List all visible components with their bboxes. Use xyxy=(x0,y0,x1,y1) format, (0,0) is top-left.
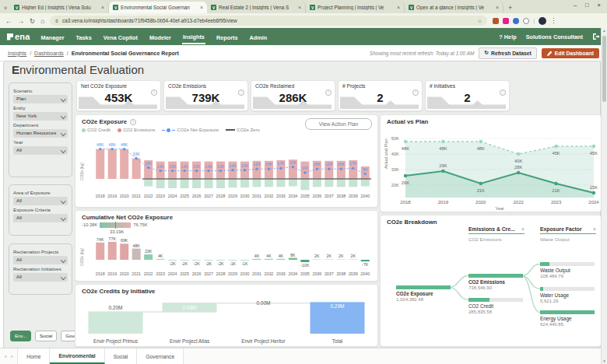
chevron-down-icon xyxy=(61,257,65,262)
scrollbar-thumb[interactable] xyxy=(602,36,606,102)
browser-tab[interactable]: VProject Planning | Insights | Ve× xyxy=(306,2,405,13)
vena-logo[interactable]: ena xyxy=(7,32,30,41)
dashboard-canvas: Environmental Evaluation ScenarioPlanEnt… xyxy=(3,61,601,348)
svg-text:29K: 29K xyxy=(439,163,447,168)
sheet-tab-home[interactable]: Home xyxy=(17,348,50,364)
breadcrumb-separator: / xyxy=(30,51,31,56)
back-icon[interactable]: ← xyxy=(5,17,12,25)
forward-icon[interactable]: → xyxy=(18,17,25,25)
svg-text:2021: 2021 xyxy=(132,271,141,276)
svg-text:48K: 48K xyxy=(132,243,140,248)
svg-text:2023: 2023 xyxy=(156,194,165,198)
svg-text:-7K: -7K xyxy=(362,262,369,267)
logout-icon[interactable] xyxy=(592,33,600,40)
view-action-plan-button[interactable]: View Action Plan xyxy=(305,118,372,130)
tab-close-icon[interactable]: × xyxy=(397,5,400,10)
tab-title: Project Planning | Insights | Ve xyxy=(318,5,395,10)
svg-text:23K: 23K xyxy=(145,249,153,254)
scroll-down-icon[interactable]: ▼ xyxy=(602,359,607,363)
extension-icon[interactable] xyxy=(523,18,529,24)
url-bar[interactable]: ≡ ca3.vena.io/insights/dashboards/71f945… xyxy=(50,16,487,26)
sheet-tab-governance[interactable]: Governance xyxy=(137,348,184,364)
browser-menu-icon[interactable]: ⋮ xyxy=(550,17,556,24)
svg-text:2025: 2025 xyxy=(180,271,189,276)
next-sheet-icon[interactable]: › xyxy=(11,353,13,360)
filter-select-reclamation-initiatives[interactable]: All xyxy=(13,273,68,282)
svg-text:2024: 2024 xyxy=(168,271,177,276)
svg-text:0.20M: 0.20M xyxy=(108,305,122,310)
view-button-social[interactable]: Social xyxy=(35,331,57,341)
scroll-up-icon[interactable]: ▲ xyxy=(602,29,607,33)
maximize-button[interactable]: □ xyxy=(585,2,589,9)
browser-tab[interactable]: VHigher Ed | Insights | Vena Solu× xyxy=(10,2,109,13)
tree-column-title: Exposure Factor xyxy=(540,226,582,232)
nav-item-vena-copilot[interactable]: Vena Copilot xyxy=(103,30,139,44)
edit-dashboard-button[interactable]: Edit Dashboard xyxy=(542,48,599,58)
tree-node-waste-output[interactable]: Waste Output108,484.76 xyxy=(540,262,595,278)
account-name[interactable]: Solutions Consultant xyxy=(526,33,583,40)
svg-text:28K: 28K xyxy=(514,165,522,170)
svg-text:2035: 2035 xyxy=(300,194,310,198)
filter-select-area-of-exposure[interactable]: All xyxy=(13,197,68,205)
browser-tab[interactable]: VReal Estate 2 | Insights | Vena S× xyxy=(207,2,306,13)
tab-close-icon[interactable]: × xyxy=(200,5,203,10)
filter-select-department[interactable]: Human Resources xyxy=(13,129,68,138)
filter-select-year[interactable]: All xyxy=(13,146,68,155)
tab-close-icon[interactable]: × xyxy=(496,5,499,10)
minimize-button[interactable]: – xyxy=(574,2,577,9)
close-window-button[interactable]: × xyxy=(598,2,601,9)
vertical-scrollbar[interactable]: ▲ ▼ xyxy=(601,28,607,364)
sheet-tab-social[interactable]: Social xyxy=(105,348,138,364)
close-icon[interactable]: × xyxy=(593,226,596,232)
breadcrumb-link[interactable]: Dashboards xyxy=(34,51,64,56)
extension-icon[interactable] xyxy=(513,18,519,24)
close-icon[interactable]: × xyxy=(521,226,525,232)
filter-select-scenario[interactable]: Plan xyxy=(13,95,68,103)
tab-search-icon[interactable]: ˅ xyxy=(4,5,7,11)
tree-node-energy-usage[interactable]: Energy Usage624,440.85 xyxy=(540,310,595,327)
sheet-tab-environmental[interactable]: Environmental xyxy=(50,348,104,364)
nav-item-manager[interactable]: Manager xyxy=(40,30,65,44)
browser-tab[interactable]: VOpex at a glance | Insights | Ve× xyxy=(405,2,503,13)
tree-node-value: 285,835.58 xyxy=(468,310,523,314)
cumulative-chart: CO2e (kg)74K201877K201969K202048K202123K… xyxy=(79,236,374,280)
breadcrumb-link[interactable]: Insights xyxy=(8,51,26,56)
refresh-icon: ↻ xyxy=(484,50,489,56)
refresh-dataset-button[interactable]: ↻Refresh Dataset xyxy=(479,47,536,59)
new-tab-button[interactable]: + xyxy=(508,4,512,12)
site-info-icon[interactable]: ≡ xyxy=(55,18,58,23)
tree-node-co2-credit[interactable]: CO2 Credit285,835.58 xyxy=(468,298,523,314)
sheet-tabs: HomeEnvironmentalSocialGovernance xyxy=(17,348,184,364)
nav-item-insights[interactable]: Insights xyxy=(182,30,205,44)
svg-text:0.29M: 0.29M xyxy=(330,303,344,309)
reload-icon[interactable]: ↻ xyxy=(30,17,35,25)
nav-item-modeler[interactable]: Modeler xyxy=(149,30,172,44)
help-link[interactable]: ? Help xyxy=(499,33,516,40)
svg-text:Year: Year xyxy=(495,206,504,211)
tree-node-co2e-exposure[interactable]: CO2e Exposure1,024,382.48 xyxy=(396,285,451,302)
tree-node-co2-emissions[interactable]: CO2 Emissions738,546.90 xyxy=(468,274,523,290)
filter-select-entity[interactable]: New York xyxy=(13,112,68,121)
browser-tab[interactable]: VEnvironmental Social Governan× xyxy=(109,2,207,13)
nav-item-admin[interactable]: Admin xyxy=(248,30,268,44)
bookmark-star-icon[interactable]: ☆ xyxy=(478,18,482,24)
info-icon[interactable]: i xyxy=(130,119,136,125)
nav-item-tasks[interactable]: Tasks xyxy=(75,30,93,44)
view-button-env[interactable]: Env... xyxy=(10,331,31,341)
svg-text:2037: 2037 xyxy=(325,194,334,198)
nav-item-reports[interactable]: Reports xyxy=(216,30,239,44)
co2e-exposure-card: CO2e Exposurei View Action Plan CO2 Cred… xyxy=(75,114,378,208)
home-icon[interactable]: ⌂ xyxy=(40,17,44,25)
extension-icon[interactable] xyxy=(493,18,499,24)
kpi-card: # Projectsi2 xyxy=(338,80,423,111)
profile-avatar[interactable] xyxy=(539,17,546,25)
prev-sheet-icon[interactable]: ‹ xyxy=(5,353,7,360)
vena-favicon-icon: V xyxy=(211,5,216,10)
tab-close-icon[interactable]: × xyxy=(298,5,301,10)
tree-node-water-usage[interactable]: Water Usage5,621.29 xyxy=(540,287,595,303)
tab-close-icon[interactable]: × xyxy=(101,5,104,10)
extension-icon[interactable] xyxy=(503,18,509,24)
tree-node-bar xyxy=(468,274,523,278)
filter-select-exposure-criteria[interactable]: All xyxy=(13,214,68,222)
filter-select-reclamation-projects[interactable]: All xyxy=(13,256,68,264)
